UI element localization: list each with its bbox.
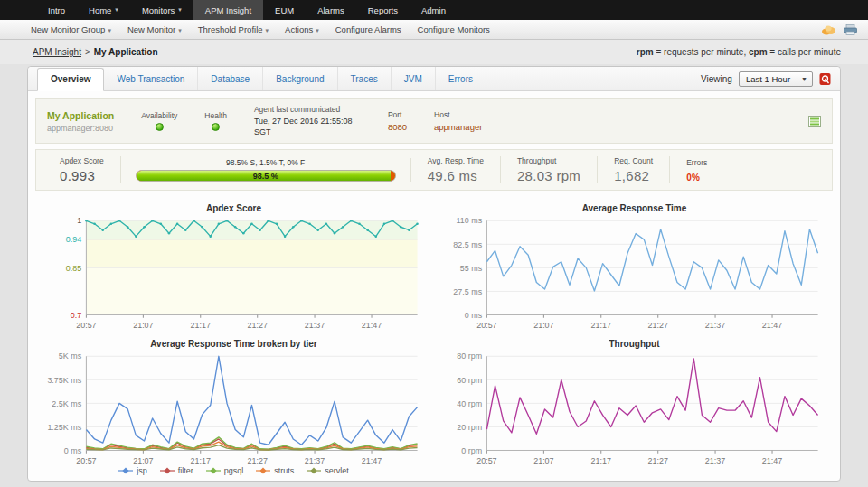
throughput-chart-card: Throughput 80 rpm60 rpm40 rpm20 rpm0 rpm…: [434, 332, 835, 475]
app-info-bar: My Application appmanager:8080 Availabil…: [35, 98, 833, 144]
nav-item-label: Admin: [421, 5, 446, 15]
svg-text:21:47: 21:47: [762, 322, 782, 331]
pdf-export-icon[interactable]: [819, 72, 831, 86]
nav-item-intro[interactable]: Intro: [36, 0, 77, 20]
svg-text:21:27: 21:27: [248, 456, 268, 465]
svg-text:0 ms: 0 ms: [64, 445, 82, 454]
nav-item-label: Alarms: [317, 5, 344, 15]
legend-label: filter: [178, 466, 193, 475]
svg-text:21:27: 21:27: [248, 322, 268, 331]
tab-jvm[interactable]: JVM: [392, 67, 436, 90]
throughput-chart-title: Throughput: [443, 339, 826, 349]
report-table-icon[interactable]: [808, 116, 821, 127]
nav-item-admin[interactable]: Admin: [410, 0, 458, 20]
svg-text:21:27: 21:27: [648, 456, 668, 465]
new-monitor-menu[interactable]: New Monitor: [127, 24, 182, 34]
health-status-dot[interactable]: [212, 123, 220, 131]
svg-text:21:37: 21:37: [305, 322, 325, 331]
metric-avg-resp-time: Avg. Resp. Time 49.6 ms: [411, 156, 501, 183]
legend-item-jsp[interactable]: jsp: [118, 466, 147, 475]
tab-overview[interactable]: Overview: [37, 68, 104, 91]
svg-text:110 ms: 110 ms: [457, 217, 483, 226]
cpm-definition: = calls per minute: [768, 47, 841, 57]
nav-item-home[interactable]: Home: [77, 0, 130, 20]
breadcrumb-current: My Application: [94, 47, 158, 57]
req-count-label: Req. Count: [614, 156, 653, 165]
apdex-score-chart: 10.940.850.720:5721:0721:1721:2721:3721:…: [42, 215, 425, 331]
svg-text:27.5 ms: 27.5 ms: [453, 287, 482, 296]
printer-icon[interactable]: [844, 24, 857, 35]
legend-label: struts: [274, 466, 294, 475]
breadcrumb: APM Insight>My Application: [33, 47, 158, 57]
tab-web-transaction[interactable]: Web Transaction: [104, 67, 198, 90]
legend-item-servlet[interactable]: servlet: [307, 466, 349, 475]
apdex-score-chart-card: Apdex Score 10.940.850.720:5721:0721:172…: [33, 196, 434, 331]
threshold-profile-menu[interactable]: Threshold Profile: [198, 24, 269, 34]
configure-alarms-link[interactable]: Configure Alarms: [335, 24, 401, 34]
metrics-bar: Apdex Score 0.993 98.5% S, 1.5% T, 0% F …: [35, 149, 833, 191]
main-panel: Overview Web Transaction Database Backgr…: [27, 66, 841, 482]
svg-text:20 rpm: 20 rpm: [457, 422, 482, 431]
apdex-bar: 98.5 %: [136, 170, 396, 182]
errors-value: 0%: [686, 173, 707, 183]
cloud-icon[interactable]: [821, 24, 836, 35]
tab-database[interactable]: Database: [198, 67, 263, 90]
tab-traces[interactable]: Traces: [338, 67, 392, 90]
metric-apdex-bar: 98.5% S, 1.5% T, 0% F 98.5 %: [121, 158, 411, 182]
svg-text:0.85: 0.85: [66, 264, 81, 273]
svg-text:82.5 ms: 82.5 ms: [453, 240, 482, 249]
agent-communicated: Agent last communicated Tue, 27 Dec 2016…: [254, 105, 361, 137]
app-name: My Application: [47, 110, 114, 121]
nav-item-label: EUM: [275, 5, 294, 15]
nav-item-apm-insight[interactable]: APM Insight: [193, 0, 263, 20]
configure-monitors-link[interactable]: Configure Monitors: [418, 24, 490, 34]
health-label: Health: [204, 111, 227, 120]
host-info: Host appmanager: [434, 110, 482, 132]
legend-item-filter[interactable]: filter: [160, 466, 193, 475]
svg-text:21:07: 21:07: [133, 456, 153, 465]
legend-label: jsp: [137, 466, 147, 475]
time-range-select[interactable]: Last 1 Hour ▼: [739, 71, 813, 87]
availability-label: Availability: [141, 111, 177, 120]
host-label: Host: [434, 110, 482, 119]
nav-item-monitors[interactable]: Monitors: [130, 0, 193, 20]
svg-text:21:47: 21:47: [362, 456, 382, 465]
tab-errors[interactable]: Errors: [436, 67, 486, 90]
nav-item-alarms[interactable]: Alarms: [306, 0, 356, 20]
svg-text:0 rpm: 0 rpm: [461, 445, 482, 454]
legend-marker-icon: [160, 467, 175, 474]
avg-response-time-chart-title: Average Response Time: [443, 203, 826, 213]
avg-response-time-chart: 110 ms82.5 ms55 ms27.5 ms0 ms20:5721:072…: [443, 215, 826, 331]
tab-background[interactable]: Background: [263, 67, 337, 90]
rpm-definition: = requests per minute,: [654, 47, 749, 57]
legend-label: pgsql: [224, 466, 244, 475]
actions-menu[interactable]: Actions: [285, 24, 319, 34]
agent-label: Agent last communicated: [254, 105, 361, 114]
svg-text:21:07: 21:07: [533, 456, 553, 465]
svg-text:21:37: 21:37: [305, 456, 325, 465]
svg-text:3.75K ms: 3.75K ms: [47, 375, 81, 384]
svg-text:20:57: 20:57: [76, 456, 96, 465]
legend-item-struts[interactable]: struts: [256, 466, 294, 475]
svg-text:21:07: 21:07: [133, 322, 153, 331]
errors-label: Errors: [686, 158, 707, 167]
metric-req-count: Req. Count 1,682: [598, 156, 670, 183]
apdex-score-label: Apdex Score: [60, 156, 104, 165]
port-label: Port: [388, 110, 407, 119]
nav-item-eum[interactable]: EUM: [263, 0, 306, 20]
svg-text:21:37: 21:37: [705, 456, 725, 465]
svg-text:21:17: 21:17: [191, 456, 211, 465]
nav-item-reports[interactable]: Reports: [356, 0, 410, 20]
svg-text:20:57: 20:57: [476, 322, 496, 331]
new-monitor-group-menu[interactable]: New Monitor Group: [31, 24, 111, 34]
svg-text:21:17: 21:17: [591, 456, 611, 465]
apdex-score-value: 0.993: [60, 168, 104, 183]
availability-status-dot[interactable]: [156, 123, 164, 131]
units-note: rpm = requests per minute, cpm = calls p…: [637, 47, 841, 57]
breadcrumb-link-apm-insight[interactable]: APM Insight: [33, 47, 81, 57]
svg-text:20:57: 20:57: [76, 322, 96, 331]
health-status: Health: [204, 111, 227, 131]
legend-item-pgsql[interactable]: pgsql: [206, 466, 244, 475]
availability-status: Availability: [141, 111, 177, 131]
svg-text:21:37: 21:37: [705, 322, 725, 331]
